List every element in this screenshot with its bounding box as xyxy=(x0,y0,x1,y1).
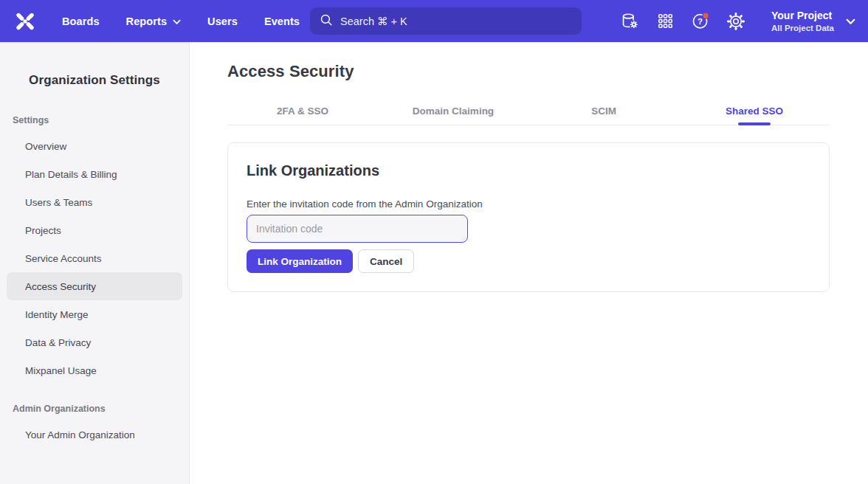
access-security-tabs: 2FA & SSO Domain Claiming SCIM Shared SS… xyxy=(227,97,830,125)
sidebar-item-identity-merge[interactable]: Identity Merge xyxy=(7,300,182,328)
data-management-icon[interactable] xyxy=(620,12,639,31)
nav-item-reports[interactable]: Reports xyxy=(126,15,182,27)
global-search[interactable] xyxy=(310,7,582,35)
primary-nav: Boards Reports Users Events xyxy=(62,15,300,27)
card-description: Enter the invitation code from the Admin… xyxy=(247,198,810,210)
chevron-down-icon xyxy=(173,15,181,27)
sidebar-item-mixpanel-usage[interactable]: Mixpanel Usage xyxy=(7,356,182,384)
project-name: Your Project xyxy=(771,10,832,22)
sidebar-item-users-teams[interactable]: Users & Teams xyxy=(7,188,182,216)
nav-item-users-label: Users xyxy=(207,15,238,27)
sidebar-item-service-accounts[interactable]: Service Accounts xyxy=(7,244,182,272)
cancel-button[interactable]: Cancel xyxy=(358,249,414,273)
nav-item-events-label: Events xyxy=(264,15,300,27)
search-input[interactable] xyxy=(340,15,572,27)
chevron-down-icon xyxy=(846,15,855,28)
sidebar-item-your-admin-organization[interactable]: Your Admin Organization xyxy=(7,421,182,449)
sidebar-item-overview[interactable]: Overview xyxy=(7,132,182,160)
card-actions: Link Organization Cancel xyxy=(247,249,810,273)
sidebar-section-admin-orgs-label: Admin Organizations xyxy=(13,404,189,414)
search-icon xyxy=(320,13,333,30)
page-title: Access Security xyxy=(227,62,830,81)
tab-scim[interactable]: SCIM xyxy=(528,97,679,125)
sidebar-settings-list: Overview Plan Details & Billing Users & … xyxy=(0,132,189,384)
project-selector[interactable]: Your Project All Project Data xyxy=(771,10,855,33)
tab-domain-claiming[interactable]: Domain Claiming xyxy=(378,97,528,125)
nav-item-reports-label: Reports xyxy=(126,15,168,27)
settings-gear-icon[interactable] xyxy=(726,12,745,31)
sidebar-item-access-security[interactable]: Access Security xyxy=(7,272,182,300)
svg-text:?: ? xyxy=(698,17,703,26)
top-navigation: Boards Reports Users Events xyxy=(0,0,868,42)
sidebar-item-data-privacy[interactable]: Data & Privacy xyxy=(7,328,182,356)
nav-item-users[interactable]: Users xyxy=(207,15,238,27)
nav-item-events[interactable]: Events xyxy=(264,15,300,27)
sidebar-item-projects[interactable]: Projects xyxy=(7,216,182,244)
link-organization-button[interactable]: Link Organization xyxy=(247,249,353,273)
nav-right-cluster: ? Your Proj xyxy=(620,0,855,42)
notification-dot xyxy=(703,13,709,18)
help-icon[interactable]: ? xyxy=(691,12,710,31)
nav-item-boards[interactable]: Boards xyxy=(62,15,100,27)
sidebar-item-plan-details-billing[interactable]: Plan Details & Billing xyxy=(7,160,182,188)
sidebar-admin-orgs-list: Your Admin Organization xyxy=(0,421,189,449)
card-title: Link Organizations xyxy=(247,162,810,179)
settings-sidebar: Organization Settings Settings Overview … xyxy=(0,42,190,484)
invitation-code-input[interactable] xyxy=(247,215,468,243)
project-scope: All Project Data xyxy=(771,23,834,33)
mixpanel-logo-icon[interactable] xyxy=(14,10,36,32)
sidebar-section-settings-label: Settings xyxy=(13,115,189,125)
apps-grid-icon[interactable] xyxy=(655,12,675,31)
main-content: Access Security 2FA & SSO Domain Claimin… xyxy=(190,42,868,484)
nav-item-boards-label: Boards xyxy=(62,15,100,27)
tab-2fa-sso[interactable]: 2FA & SSO xyxy=(227,97,378,125)
link-organizations-card: Link Organizations Enter the invitation … xyxy=(227,142,830,292)
tab-shared-sso[interactable]: Shared SSO xyxy=(679,97,830,125)
sidebar-title: Organization Settings xyxy=(0,73,189,88)
